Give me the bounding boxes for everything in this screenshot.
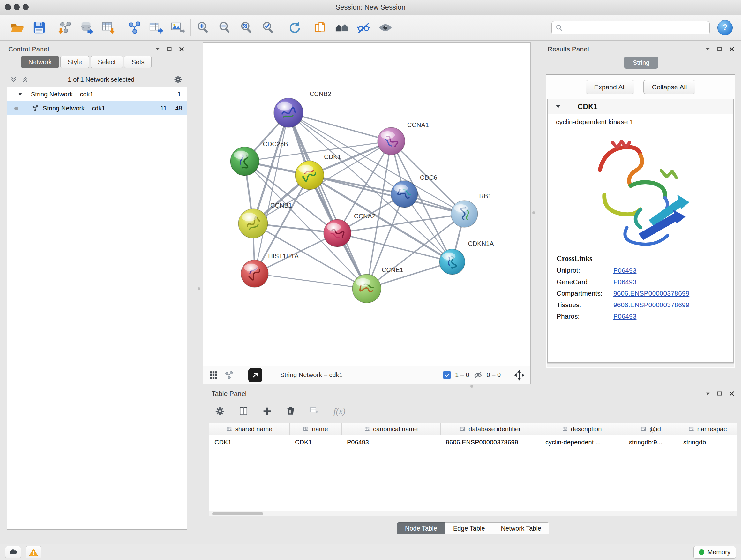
network-canvas[interactable]: CCNB2CCNA1CDC25BCDK1CDC6RB1CCNB1CCNA2CDK… bbox=[203, 43, 530, 366]
panel-menu-icon[interactable] bbox=[155, 47, 160, 52]
search-box[interactable] bbox=[551, 21, 710, 35]
import-database-button[interactable] bbox=[77, 19, 95, 37]
hidden-elements-icon[interactable] bbox=[474, 371, 482, 380]
function-builder-icon[interactable]: f(x) bbox=[333, 407, 345, 416]
delete-column-icon[interactable] bbox=[286, 406, 296, 416]
node-CDK1[interactable] bbox=[295, 161, 324, 190]
panel-close-icon[interactable] bbox=[179, 46, 185, 52]
tab-string[interactable]: String bbox=[624, 57, 658, 69]
refresh-button[interactable] bbox=[285, 19, 303, 37]
help-button[interactable]: ? bbox=[718, 20, 733, 36]
splitter-handle-bottom[interactable] bbox=[470, 385, 473, 388]
selection-checkbox[interactable] bbox=[443, 371, 451, 379]
edge-CCNB2-HIST1H1A[interactable] bbox=[255, 113, 288, 273]
eye-button[interactable] bbox=[376, 19, 394, 37]
table-options-gear-icon[interactable] bbox=[215, 406, 225, 416]
panel-float-icon[interactable] bbox=[166, 46, 172, 52]
column-header-shared-name[interactable]: shared name bbox=[209, 423, 290, 435]
zoom-out-button[interactable] bbox=[216, 19, 234, 37]
tab-network[interactable]: Network bbox=[21, 56, 59, 68]
column-header-at-id[interactable]: @id bbox=[624, 423, 678, 435]
collapse-all-icon[interactable] bbox=[10, 76, 17, 83]
table-cell[interactable]: P06493 bbox=[342, 439, 441, 446]
tab-select[interactable]: Select bbox=[91, 56, 123, 68]
gene-card-header[interactable]: CDK1 bbox=[548, 99, 733, 114]
open-external-button[interactable] bbox=[248, 368, 262, 382]
node-CCNB2[interactable] bbox=[274, 98, 303, 127]
collapse-all-button[interactable]: Collapse All bbox=[643, 80, 696, 94]
table-cell[interactable]: 9606.ENSP00000378699 bbox=[441, 439, 540, 446]
panel-float-icon[interactable] bbox=[717, 391, 723, 396]
save-session-button[interactable] bbox=[30, 19, 48, 37]
node-HIST1H1A[interactable] bbox=[241, 260, 268, 287]
tab-style[interactable]: Style bbox=[60, 56, 89, 68]
crosslink-link[interactable]: 9606.ENSP00000378699 bbox=[613, 301, 689, 309]
crosslink-link[interactable]: P06493 bbox=[613, 313, 636, 320]
tab-edge-table[interactable]: Edge Table bbox=[445, 522, 493, 535]
import-network-button[interactable] bbox=[56, 19, 74, 37]
node-CDKN1A[interactable] bbox=[440, 249, 465, 274]
column-header-database-identifier[interactable]: database identifier bbox=[441, 423, 540, 435]
tab-network-table[interactable]: Network Table bbox=[493, 522, 549, 535]
panel-close-icon[interactable] bbox=[729, 46, 735, 52]
column-header-description[interactable]: description bbox=[540, 423, 624, 435]
panel-close-icon[interactable] bbox=[729, 391, 735, 396]
search-input[interactable] bbox=[566, 23, 705, 32]
splitter-handle-right[interactable] bbox=[532, 211, 535, 214]
glasses-button[interactable] bbox=[354, 19, 373, 37]
panel-menu-icon[interactable] bbox=[705, 47, 711, 52]
crosslink-link[interactable]: 9606.ENSP00000378699 bbox=[613, 290, 689, 297]
column-header-name[interactable]: name bbox=[290, 423, 342, 435]
node-CDC6[interactable] bbox=[391, 181, 418, 207]
table-cell[interactable]: CDK1 bbox=[290, 439, 342, 446]
network-row-selected[interactable]: String Network – cdk1 11 48 bbox=[7, 101, 187, 115]
tab-node-table[interactable]: Node Table bbox=[397, 522, 445, 535]
table-cell[interactable]: CDK1 bbox=[209, 439, 290, 446]
open-file-button[interactable] bbox=[8, 19, 26, 37]
import-table-button[interactable] bbox=[99, 19, 117, 37]
node-CDC25B[interactable] bbox=[230, 147, 259, 176]
expand-all-button[interactable]: Expand All bbox=[586, 80, 634, 94]
table-cell[interactable]: cyclin-dependent ... bbox=[540, 439, 624, 446]
zoom-selected-button[interactable] bbox=[259, 19, 277, 37]
new-network-button[interactable] bbox=[125, 19, 143, 37]
splitter-handle-left[interactable] bbox=[198, 287, 200, 290]
column-header-namespac[interactable]: namespac bbox=[678, 423, 737, 435]
disclosure-triangle-icon[interactable] bbox=[17, 91, 23, 97]
birdseye-grid-icon[interactable] bbox=[209, 370, 218, 380]
node-CCNB1[interactable] bbox=[239, 209, 268, 238]
export-table-button[interactable] bbox=[147, 19, 165, 37]
table-row[interactable]: CDK1CDK1P064939606.ENSP00000378699cyclin… bbox=[209, 435, 737, 449]
node-RB1[interactable] bbox=[451, 200, 478, 227]
network-options-gear-icon[interactable] bbox=[174, 75, 183, 84]
pan-tool-icon[interactable] bbox=[514, 370, 525, 381]
network-collection-row[interactable]: String Network – cdk1 1 bbox=[7, 87, 187, 101]
node-CCNA2[interactable] bbox=[324, 219, 351, 247]
export-image-button[interactable] bbox=[169, 19, 186, 37]
table-horizontal-scrollbar[interactable] bbox=[209, 511, 737, 516]
edge-HIST1H1A-CCNE1[interactable] bbox=[255, 273, 367, 289]
results-horizontal-scrollbar[interactable] bbox=[547, 363, 734, 367]
home-button[interactable] bbox=[333, 19, 351, 37]
node-CCNE1[interactable] bbox=[352, 274, 381, 303]
expand-all-icon[interactable] bbox=[22, 76, 29, 83]
warnings-button[interactable] bbox=[25, 546, 42, 558]
cloud-button[interactable] bbox=[5, 546, 21, 558]
zoom-in-button[interactable] bbox=[194, 19, 212, 37]
table-cell[interactable]: stringdb:9... bbox=[624, 439, 678, 446]
edge-CDK1-RB1[interactable] bbox=[310, 175, 464, 214]
memory-button[interactable]: Memory bbox=[693, 546, 736, 559]
crosslink-link[interactable]: P06493 bbox=[613, 266, 636, 274]
network-overview-icon[interactable] bbox=[224, 370, 233, 380]
column-header-canonical-name[interactable]: canonical name bbox=[342, 423, 441, 435]
zoom-fit-button[interactable] bbox=[238, 19, 256, 37]
crosslink-link[interactable]: P06493 bbox=[613, 278, 636, 286]
panel-menu-icon[interactable] bbox=[705, 391, 711, 396]
table-cell[interactable]: stringdb bbox=[678, 439, 737, 446]
node-CCNA1[interactable] bbox=[378, 127, 405, 155]
show-columns-icon[interactable] bbox=[239, 406, 249, 416]
add-column-icon[interactable] bbox=[262, 406, 272, 416]
network-graph[interactable]: CCNB2CCNA1CDC25BCDK1CDC6RB1CCNB1CCNA2CDK… bbox=[203, 43, 530, 366]
collapse-section-icon[interactable] bbox=[555, 104, 561, 110]
edge-CCNB2-CCNE1[interactable] bbox=[288, 113, 367, 289]
